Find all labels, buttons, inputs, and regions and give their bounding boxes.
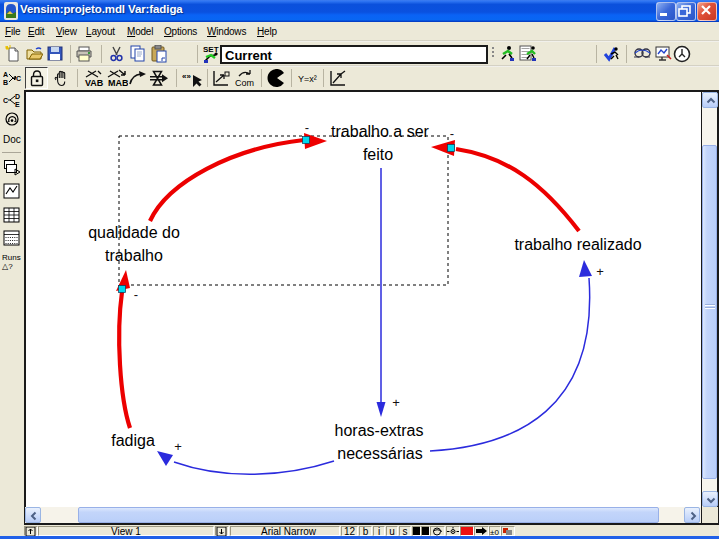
- svg-text:B: B: [3, 79, 8, 86]
- svg-text:feito: feito: [363, 146, 393, 163]
- svg-text:«»: «»: [182, 72, 191, 81]
- svg-text:-: -: [134, 287, 138, 302]
- svg-text:±0: ±0: [490, 528, 499, 536]
- svg-text:D: D: [15, 93, 20, 100]
- svg-text:Y=x²: Y=x²: [298, 74, 317, 84]
- svg-text:necessárias: necessárias: [337, 445, 422, 462]
- svg-text:+: +: [174, 439, 182, 454]
- svg-text:trabalho a ser: trabalho a ser: [331, 123, 430, 140]
- svg-text:A: A: [3, 71, 8, 78]
- svg-text:VAB: VAB: [85, 78, 104, 88]
- svg-text:-: -: [305, 120, 309, 135]
- svg-text:C: C: [3, 97, 8, 104]
- svg-text:+: +: [392, 395, 400, 410]
- svg-text:C: C: [16, 75, 21, 82]
- svg-text:trabalho realizado: trabalho realizado: [514, 236, 641, 253]
- svg-text:-: -: [450, 126, 454, 141]
- svg-text:MAB: MAB: [108, 78, 128, 88]
- svg-text:qualidade do: qualidade do: [88, 224, 180, 241]
- svg-text:horas-extras: horas-extras: [335, 422, 424, 439]
- svg-text:+: +: [596, 264, 604, 279]
- svg-text:E: E: [15, 101, 20, 108]
- svg-text:fadiga: fadiga: [111, 432, 155, 449]
- svg-text:trabalho: trabalho: [105, 247, 163, 264]
- svg-text:Com: Com: [235, 78, 254, 88]
